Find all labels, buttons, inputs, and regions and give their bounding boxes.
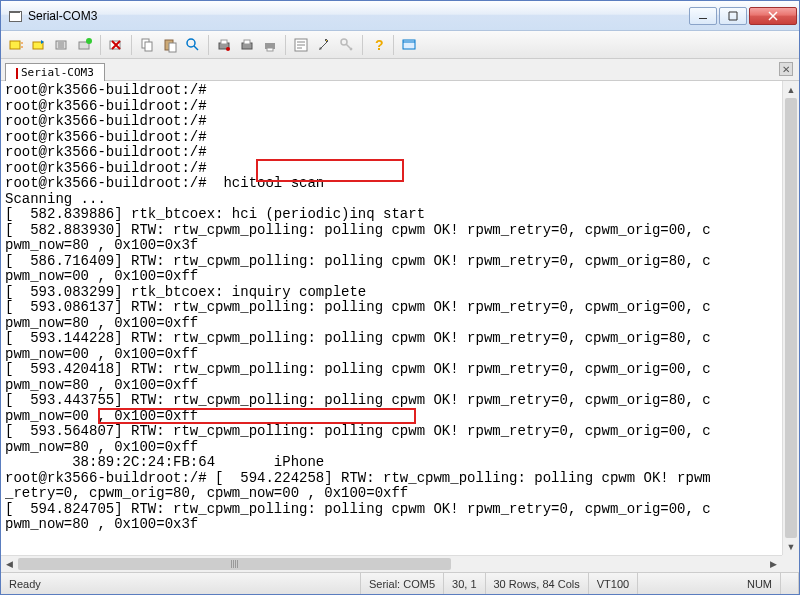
status-numlock: NUM — [739, 573, 781, 594]
status-size: 30 Rows, 84 Cols — [486, 573, 589, 594]
separator — [285, 35, 286, 55]
scroll-right-icon[interactable]: ▶ — [765, 556, 782, 572]
window-buttons — [689, 7, 797, 25]
svg-rect-9 — [169, 43, 176, 52]
status-serial: Serial: COM5 — [361, 573, 444, 594]
separator — [393, 35, 394, 55]
paste-icon[interactable] — [159, 34, 181, 56]
print-icon[interactable] — [236, 34, 258, 56]
svg-rect-15 — [244, 40, 250, 44]
tab-label: Serial-COM3 — [21, 66, 94, 79]
scroll-down-icon[interactable]: ▼ — [783, 538, 799, 555]
separator — [208, 35, 209, 55]
options-icon[interactable] — [313, 34, 335, 56]
app-window: Serial-COM3 ? Serial-COM3 ✕ — [0, 0, 800, 595]
svg-rect-17 — [267, 48, 273, 51]
print-setup-icon[interactable] — [213, 34, 235, 56]
find-icon[interactable] — [182, 34, 204, 56]
svg-rect-21 — [403, 40, 415, 49]
status-emulation: VT100 — [589, 573, 638, 594]
disconnect-icon[interactable] — [51, 34, 73, 56]
svg-point-10 — [187, 39, 195, 47]
reconnect-icon[interactable] — [28, 34, 50, 56]
horizontal-scrollbar[interactable]: ◀ ▶ — [1, 555, 782, 572]
copy-icon[interactable] — [136, 34, 158, 56]
connect-icon[interactable] — [5, 34, 27, 56]
svg-rect-12 — [221, 40, 227, 44]
terminal-output[interactable]: root@rk3566-buildroot:/# root@rk3566-bui… — [1, 81, 799, 572]
reconnect-all-icon[interactable] — [74, 34, 96, 56]
svg-point-13 — [226, 47, 230, 51]
scroll-thumb[interactable] — [785, 98, 797, 538]
separator — [100, 35, 101, 55]
status-bar: Ready Serial: COM5 30, 1 30 Rows, 84 Col… — [1, 572, 799, 594]
minimize-button[interactable] — [689, 7, 717, 25]
scroll-left-icon[interactable]: ◀ — [1, 556, 18, 572]
key-icon[interactable] — [336, 34, 358, 56]
svg-text:?: ? — [375, 37, 384, 53]
help-icon[interactable]: ? — [367, 34, 389, 56]
tab-close-button[interactable]: ✕ — [779, 62, 793, 76]
window-title: Serial-COM3 — [28, 9, 689, 23]
hscroll-thumb[interactable] — [18, 558, 451, 570]
status-cursor: 30, 1 — [444, 573, 485, 594]
properties-icon[interactable] — [290, 34, 312, 56]
vertical-scrollbar[interactable]: ▲ ▼ — [782, 81, 799, 555]
resize-grip[interactable] — [781, 573, 799, 594]
separator — [362, 35, 363, 55]
cancel-icon[interactable] — [105, 34, 127, 56]
status-ready: Ready — [1, 573, 361, 594]
toolbar: ? — [1, 31, 799, 59]
maximize-button[interactable] — [719, 7, 747, 25]
tab-serial-com3[interactable]: Serial-COM3 — [5, 63, 105, 81]
svg-rect-0 — [10, 41, 20, 49]
svg-rect-7 — [145, 42, 152, 51]
scroll-up-icon[interactable]: ▲ — [783, 81, 799, 98]
content-area: root@rk3566-buildroot:/# root@rk3566-bui… — [1, 81, 799, 572]
svg-point-4 — [86, 38, 92, 44]
close-button[interactable] — [749, 7, 797, 25]
titlebar[interactable]: Serial-COM3 — [1, 1, 799, 31]
tab-bar: Serial-COM3 ✕ — [1, 59, 799, 81]
session-icon[interactable] — [398, 34, 420, 56]
scroll-corner — [782, 555, 799, 572]
print-screen-icon[interactable] — [259, 34, 281, 56]
separator — [131, 35, 132, 55]
app-icon — [7, 8, 23, 24]
